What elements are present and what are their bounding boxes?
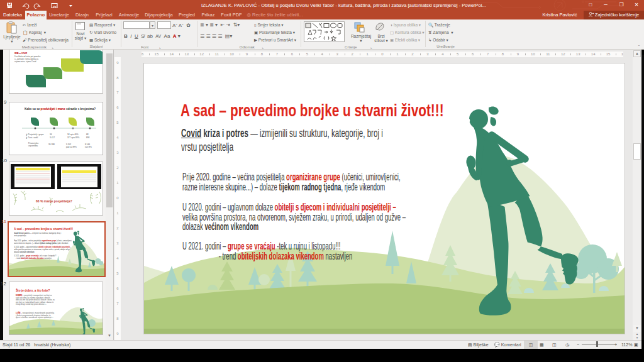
svg-text:34 upis 40%: 34 upis 40% [67,133,79,136]
svg-text:66 % manje posjetitelja?: 66 % manje posjetitelja? [36,199,72,203]
svg-text:❯ Posjetitelji i grupe: ❯ Posjetitelji i grupe [26,133,44,136]
svg-text:❯ Turis. vodič: ❯ Turis. vodič [26,136,38,139]
svg-text:3.417: 3.417 [50,136,55,139]
svg-text:rast 8%: rast 8% [85,146,92,148]
svg-text:pad za 89%: pad za 89% [66,146,77,148]
svg-text:898: 898 [86,136,90,139]
svg-text:68: 68 [86,133,89,136]
svg-text:377 upis 89%: 377 upis 89% [67,136,79,139]
svg-text:usporedba: usporedba [28,145,38,147]
svg-text:34: 34 [50,133,52,136]
svg-text:39.288: 39.288 [48,143,55,146]
